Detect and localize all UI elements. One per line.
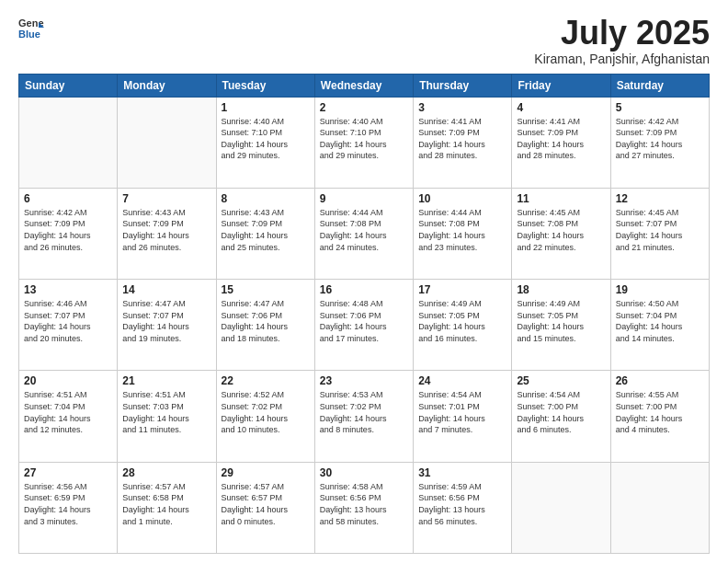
calendar-table: Sunday Monday Tuesday Wednesday Thursday… [18, 74, 710, 554]
day-detail: Sunrise: 4:58 AM Sunset: 6:56 PM Dayligh… [320, 481, 408, 527]
day-number: 31 [418, 466, 506, 479]
table-row: 2Sunrise: 4:40 AM Sunset: 7:10 PM Daylig… [314, 97, 413, 188]
page-header: General Blue July 2025 Kiraman, Panjshir… [18, 15, 710, 66]
table-row: 26Sunrise: 4:55 AM Sunset: 7:00 PM Dayli… [610, 371, 709, 462]
col-sunday: Sunday [19, 74, 118, 97]
day-detail: Sunrise: 4:50 AM Sunset: 7:04 PM Dayligh… [616, 298, 704, 344]
table-row: 13Sunrise: 4:46 AM Sunset: 7:07 PM Dayli… [19, 280, 118, 371]
day-detail: Sunrise: 4:41 AM Sunset: 7:09 PM Dayligh… [517, 116, 605, 162]
day-number: 30 [320, 466, 408, 479]
col-monday: Monday [118, 74, 216, 97]
day-detail: Sunrise: 4:45 AM Sunset: 7:08 PM Dayligh… [517, 207, 605, 253]
day-detail: Sunrise: 4:57 AM Sunset: 6:57 PM Dayligh… [222, 481, 310, 527]
day-number: 4 [517, 101, 605, 114]
day-detail: Sunrise: 4:54 AM Sunset: 7:01 PM Dayligh… [418, 389, 506, 435]
table-row: 10Sunrise: 4:44 AM Sunset: 7:08 PM Dayli… [414, 188, 512, 279]
table-row: 12Sunrise: 4:45 AM Sunset: 7:07 PM Dayli… [610, 188, 709, 279]
day-detail: Sunrise: 4:42 AM Sunset: 7:09 PM Dayligh… [24, 207, 112, 253]
day-number: 3 [418, 101, 506, 114]
calendar-week-3: 13Sunrise: 4:46 AM Sunset: 7:07 PM Dayli… [19, 280, 710, 371]
day-number: 17 [418, 283, 506, 296]
day-detail: Sunrise: 4:44 AM Sunset: 7:08 PM Dayligh… [320, 207, 408, 253]
table-row: 14Sunrise: 4:47 AM Sunset: 7:07 PM Dayli… [118, 280, 216, 371]
logo: General Blue [18, 15, 44, 40]
day-number: 16 [320, 283, 408, 296]
table-row: 9Sunrise: 4:44 AM Sunset: 7:08 PM Daylig… [314, 188, 413, 279]
table-row: 24Sunrise: 4:54 AM Sunset: 7:01 PM Dayli… [414, 371, 512, 462]
table-row: 17Sunrise: 4:49 AM Sunset: 7:05 PM Dayli… [414, 280, 512, 371]
day-number: 9 [320, 192, 408, 205]
col-friday: Friday [512, 74, 610, 97]
col-saturday: Saturday [610, 74, 709, 97]
day-detail: Sunrise: 4:43 AM Sunset: 7:09 PM Dayligh… [122, 207, 210, 253]
day-number: 26 [616, 374, 704, 387]
day-number: 8 [222, 192, 310, 205]
day-detail: Sunrise: 4:49 AM Sunset: 7:05 PM Dayligh… [418, 298, 506, 344]
calendar-header-row: Sunday Monday Tuesday Wednesday Thursday… [19, 74, 710, 97]
table-row [19, 97, 118, 188]
table-row: 20Sunrise: 4:51 AM Sunset: 7:04 PM Dayli… [19, 371, 118, 462]
day-number: 24 [418, 374, 506, 387]
table-row [118, 97, 216, 188]
day-number: 6 [24, 192, 112, 205]
table-row: 27Sunrise: 4:56 AM Sunset: 6:59 PM Dayli… [19, 462, 118, 553]
day-number: 15 [222, 283, 310, 296]
title-block: July 2025 Kiraman, Panjshir, Afghanistan [534, 15, 710, 66]
table-row: 19Sunrise: 4:50 AM Sunset: 7:04 PM Dayli… [610, 280, 709, 371]
table-row: 8Sunrise: 4:43 AM Sunset: 7:09 PM Daylig… [216, 188, 314, 279]
table-row: 23Sunrise: 4:53 AM Sunset: 7:02 PM Dayli… [314, 371, 413, 462]
day-detail: Sunrise: 4:40 AM Sunset: 7:10 PM Dayligh… [320, 116, 408, 162]
calendar-title: July 2025 [534, 15, 710, 52]
calendar-week-5: 27Sunrise: 4:56 AM Sunset: 6:59 PM Dayli… [19, 462, 710, 553]
calendar-week-4: 20Sunrise: 4:51 AM Sunset: 7:04 PM Dayli… [19, 371, 710, 462]
svg-text:Blue: Blue [18, 29, 40, 40]
table-row: 6Sunrise: 4:42 AM Sunset: 7:09 PM Daylig… [19, 188, 118, 279]
table-row [610, 462, 709, 553]
day-number: 2 [320, 101, 408, 114]
table-row: 30Sunrise: 4:58 AM Sunset: 6:56 PM Dayli… [314, 462, 413, 553]
col-wednesday: Wednesday [314, 74, 413, 97]
day-number: 10 [418, 192, 506, 205]
day-detail: Sunrise: 4:47 AM Sunset: 7:06 PM Dayligh… [222, 298, 310, 344]
table-row: 15Sunrise: 4:47 AM Sunset: 7:06 PM Dayli… [216, 280, 314, 371]
day-detail: Sunrise: 4:55 AM Sunset: 7:00 PM Dayligh… [616, 389, 704, 435]
col-tuesday: Tuesday [216, 74, 314, 97]
day-number: 13 [24, 283, 112, 296]
day-number: 25 [517, 374, 605, 387]
calendar-location: Kiraman, Panjshir, Afghanistan [534, 52, 710, 66]
day-number: 1 [222, 101, 310, 114]
table-row: 7Sunrise: 4:43 AM Sunset: 7:09 PM Daylig… [118, 188, 216, 279]
day-number: 27 [24, 466, 112, 479]
day-detail: Sunrise: 4:44 AM Sunset: 7:08 PM Dayligh… [418, 207, 506, 253]
day-detail: Sunrise: 4:54 AM Sunset: 7:00 PM Dayligh… [517, 389, 605, 435]
day-number: 22 [222, 374, 310, 387]
table-row: 25Sunrise: 4:54 AM Sunset: 7:00 PM Dayli… [512, 371, 610, 462]
table-row: 31Sunrise: 4:59 AM Sunset: 6:56 PM Dayli… [414, 462, 512, 553]
table-row: 18Sunrise: 4:49 AM Sunset: 7:05 PM Dayli… [512, 280, 610, 371]
table-row: 3Sunrise: 4:41 AM Sunset: 7:09 PM Daylig… [414, 97, 512, 188]
table-row: 29Sunrise: 4:57 AM Sunset: 6:57 PM Dayli… [216, 462, 314, 553]
table-row: 4Sunrise: 4:41 AM Sunset: 7:09 PM Daylig… [512, 97, 610, 188]
calendar-week-1: 1Sunrise: 4:40 AM Sunset: 7:10 PM Daylig… [19, 97, 710, 188]
table-row: 5Sunrise: 4:42 AM Sunset: 7:09 PM Daylig… [610, 97, 709, 188]
day-detail: Sunrise: 4:45 AM Sunset: 7:07 PM Dayligh… [616, 207, 704, 253]
day-detail: Sunrise: 4:59 AM Sunset: 6:56 PM Dayligh… [418, 481, 506, 527]
day-detail: Sunrise: 4:53 AM Sunset: 7:02 PM Dayligh… [320, 389, 408, 435]
day-detail: Sunrise: 4:52 AM Sunset: 7:02 PM Dayligh… [222, 389, 310, 435]
day-detail: Sunrise: 4:42 AM Sunset: 7:09 PM Dayligh… [616, 116, 704, 162]
calendar-week-2: 6Sunrise: 4:42 AM Sunset: 7:09 PM Daylig… [19, 188, 710, 279]
day-detail: Sunrise: 4:51 AM Sunset: 7:04 PM Dayligh… [24, 389, 112, 435]
day-detail: Sunrise: 4:46 AM Sunset: 7:07 PM Dayligh… [24, 298, 112, 344]
day-number: 18 [517, 283, 605, 296]
table-row: 28Sunrise: 4:57 AM Sunset: 6:58 PM Dayli… [118, 462, 216, 553]
col-thursday: Thursday [414, 74, 512, 97]
day-number: 20 [24, 374, 112, 387]
day-number: 12 [616, 192, 704, 205]
table-row: 16Sunrise: 4:48 AM Sunset: 7:06 PM Dayli… [314, 280, 413, 371]
day-number: 14 [122, 283, 210, 296]
day-detail: Sunrise: 4:41 AM Sunset: 7:09 PM Dayligh… [418, 116, 506, 162]
table-row: 11Sunrise: 4:45 AM Sunset: 7:08 PM Dayli… [512, 188, 610, 279]
day-detail: Sunrise: 4:51 AM Sunset: 7:03 PM Dayligh… [122, 389, 210, 435]
day-detail: Sunrise: 4:57 AM Sunset: 6:58 PM Dayligh… [122, 481, 210, 527]
day-number: 5 [616, 101, 704, 114]
